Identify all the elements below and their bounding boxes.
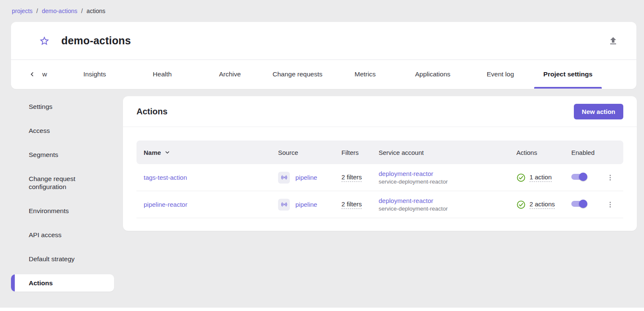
tabs-scroll-left-button[interactable] <box>22 60 42 89</box>
service-account-id: service-deployment-reactor <box>379 178 509 185</box>
project-tabs: w Insights Health Archive Change request… <box>11 60 636 89</box>
check-circle-icon <box>516 173 526 182</box>
toggle-thumb <box>579 173 587 181</box>
tab-change-requests[interactable]: Change requests <box>264 60 331 89</box>
enabled-toggle[interactable] <box>571 173 587 181</box>
favorite-star-icon[interactable] <box>39 35 50 46</box>
breadcrumb-projects[interactable]: projects <box>12 8 33 14</box>
source-link[interactable]: pipeline <box>295 174 317 181</box>
column-header-source: Source <box>271 149 334 156</box>
tab-event-log[interactable]: Event log <box>467 60 534 89</box>
active-tab-indicator <box>534 87 602 89</box>
tab-insights[interactable]: Insights <box>61 60 128 89</box>
tab-applications[interactable]: Applications <box>399 60 467 89</box>
filters-count[interactable]: 2 filters <box>341 173 362 182</box>
tab-health[interactable]: Health <box>128 60 196 89</box>
project-header-card: demo-actions w Insights Health Archive C… <box>11 22 636 89</box>
breadcrumb-project[interactable]: demo-actions <box>42 8 77 14</box>
sidebar-item-api-access[interactable]: API access <box>11 226 114 243</box>
sensors-icon <box>278 172 290 184</box>
actions-panel-header: Actions New action <box>123 96 637 127</box>
column-header-name[interactable]: Name <box>136 149 271 156</box>
panel-title: Actions <box>136 107 167 116</box>
breadcrumb: projects / demo-actions / actions <box>12 8 105 14</box>
tab-project-settings-label: Project settings <box>543 70 592 78</box>
settings-sidebar: Settings Access Segments Change request … <box>11 98 114 298</box>
project-header-row: demo-actions <box>11 22 636 60</box>
sensors-icon <box>278 199 290 211</box>
column-header-actions: Actions <box>509 149 564 156</box>
table-row: pipeline-reactor pipeline 2 filters depl… <box>136 191 623 218</box>
tab-archive[interactable]: Archive <box>196 60 264 89</box>
column-header-filters: Filters <box>334 149 371 156</box>
breadcrumb-separator: / <box>81 8 83 14</box>
source-link[interactable]: pipeline <box>295 201 317 208</box>
sidebar-item-actions[interactable]: Actions <box>11 274 114 292</box>
actions-panel: Actions New action Name Source Filters S… <box>123 96 637 231</box>
sort-chevron-down-icon <box>164 149 171 156</box>
action-name-link[interactable]: tags-test-action <box>144 174 187 181</box>
actions-count[interactable]: 1 action <box>529 173 552 182</box>
table-row: tags-test-action pipeline 2 filters depl… <box>136 164 623 191</box>
action-name-link[interactable]: pipeline-reactor <box>144 201 187 208</box>
tab-metrics[interactable]: Metrics <box>331 60 399 89</box>
sidebar-item-access[interactable]: Access <box>11 122 114 139</box>
column-header-enabled: Enabled <box>564 149 603 156</box>
sidebar-item-settings[interactable]: Settings <box>11 98 114 115</box>
column-header-service-account: Service account <box>371 149 509 156</box>
sidebar-item-default-strategy[interactable]: Default strategy <box>11 250 114 268</box>
enabled-toggle[interactable] <box>571 200 587 208</box>
tab-overview-truncated[interactable]: w <box>42 60 61 89</box>
sidebar-item-environments[interactable]: Environments <box>11 202 114 219</box>
service-account-id: service-deployment-reactor <box>379 206 509 212</box>
check-circle-icon <box>516 200 526 209</box>
sidebar-item-segments[interactable]: Segments <box>11 146 114 163</box>
filters-count[interactable]: 2 filters <box>341 200 362 209</box>
actions-count[interactable]: 2 actions <box>529 200 555 209</box>
column-header-name-label: Name <box>144 149 161 156</box>
new-action-button[interactable]: New action <box>574 104 623 119</box>
sidebar-item-change-request-configuration[interactable]: Change request configuration <box>11 170 114 195</box>
breadcrumb-separator: / <box>36 8 38 14</box>
row-menu-kebab-icon[interactable] <box>603 170 617 185</box>
actions-table: Name Source Filters Service account Acti… <box>136 141 623 218</box>
toggle-thumb <box>579 200 587 208</box>
service-account-link[interactable]: deployment-reactor <box>379 170 509 177</box>
bottom-divider <box>0 308 644 311</box>
breadcrumb-current: actions <box>87 8 105 14</box>
table-header-row: Name Source Filters Service account Acti… <box>136 141 623 164</box>
row-menu-kebab-icon[interactable] <box>603 197 617 212</box>
page-title: demo-actions <box>61 35 131 47</box>
tab-project-settings[interactable]: Project settings <box>534 60 602 89</box>
service-account-link[interactable]: deployment-reactor <box>379 197 509 204</box>
file-upload-icon[interactable] <box>608 35 619 46</box>
